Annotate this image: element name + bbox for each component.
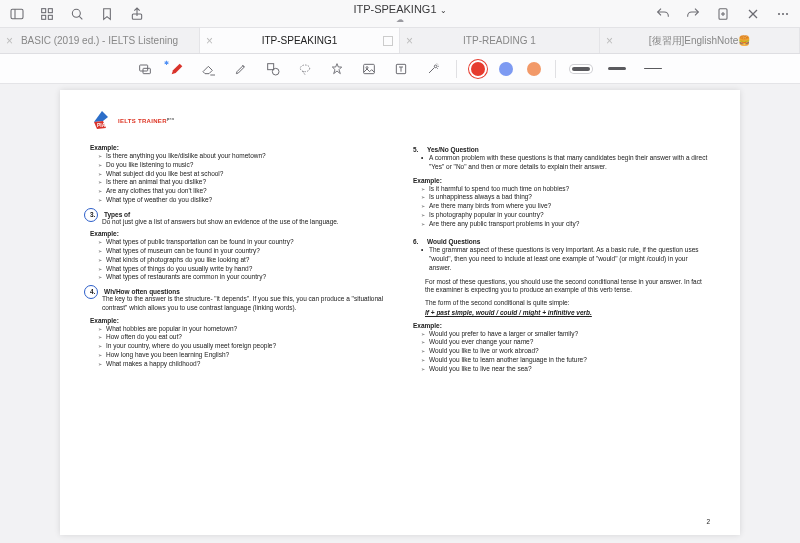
svg-point-22 [300, 65, 309, 72]
close-icon[interactable] [744, 5, 762, 23]
svg-rect-3 [48, 8, 52, 12]
stroke-thin[interactable] [642, 68, 664, 69]
tab-1[interactable]: ×ITP-SPEAKING1 [200, 28, 400, 53]
highlighter-tool-icon[interactable] [232, 60, 250, 78]
search-icon[interactable] [68, 5, 86, 23]
svg-rect-4 [42, 15, 46, 19]
example-list: Is there anything you like/dislike about… [90, 152, 387, 205]
svg-rect-5 [48, 15, 52, 19]
tab-close-icon[interactable]: × [406, 34, 413, 48]
stroke-medium[interactable] [606, 67, 628, 70]
lasso-tool-icon[interactable] [296, 60, 314, 78]
add-page-icon[interactable] [714, 5, 732, 23]
tab-strip: ×BASIC (2019 ed.) - IELTS Listening ×ITP… [0, 28, 800, 54]
svg-rect-24 [364, 64, 375, 73]
svg-marker-23 [332, 63, 341, 73]
svg-point-14 [778, 12, 780, 14]
svg-point-21 [272, 68, 279, 75]
redo-icon[interactable] [684, 5, 702, 23]
stroke-thick[interactable] [570, 67, 592, 71]
undo-icon[interactable] [654, 5, 672, 23]
tab-close-icon[interactable]: × [6, 34, 13, 48]
formula-text: If + past simple, would / could / might … [413, 309, 710, 318]
document-title[interactable]: ITP-SPEAKING1 ⌄ ☁ [146, 3, 654, 25]
eraser-tool-icon[interactable] [200, 60, 218, 78]
right-column: 5.Yes/No Question A common problem with … [413, 140, 710, 379]
svg-rect-2 [42, 8, 46, 12]
favorites-tool-icon[interactable] [328, 60, 346, 78]
svg-point-15 [782, 12, 784, 14]
color-blue[interactable] [499, 62, 513, 76]
bookmark-icon[interactable] [98, 5, 116, 23]
pen-tool-icon[interactable]: ✱ [168, 60, 186, 78]
left-column: Example: Is there anything you like/disl… [90, 140, 387, 379]
laser-tool-icon[interactable] [424, 60, 442, 78]
text-tool-icon[interactable] [392, 60, 410, 78]
document-page: PIA IELTS TRAINERpro Example: Is there a… [60, 90, 740, 535]
sync-icon: ☁ [396, 16, 404, 25]
svg-rect-20 [268, 63, 274, 69]
annotation-circle [84, 208, 98, 222]
svg-line-7 [79, 16, 82, 19]
tab-thumb-icon [383, 36, 393, 46]
brand-logo: PIA IELTS TRAINERpro [90, 108, 710, 132]
svg-text:PIA: PIA [97, 122, 106, 128]
zoom-tool-icon[interactable] [136, 60, 154, 78]
tab-0[interactable]: ×BASIC (2019 ed.) - IELTS Listening [0, 28, 200, 53]
tab-3[interactable]: ×[復習用]EnglishNote🍔 [600, 28, 800, 53]
tab-close-icon[interactable]: × [606, 34, 613, 48]
color-red[interactable] [471, 62, 485, 76]
sidebar-toggle-icon[interactable] [8, 5, 26, 23]
image-tool-icon[interactable] [360, 60, 378, 78]
svg-point-16 [786, 12, 788, 14]
grid-icon[interactable] [38, 5, 56, 23]
more-icon[interactable] [774, 5, 792, 23]
tab-2[interactable]: ×ITP-READING 1 [400, 28, 600, 53]
shape-tool-icon[interactable] [264, 60, 282, 78]
annotation-toolbar: ✱ [0, 54, 800, 84]
example-heading: Example: [90, 144, 387, 151]
svg-rect-0 [11, 9, 23, 18]
page-number: 2 [706, 518, 710, 525]
tab-close-icon[interactable]: × [206, 34, 213, 48]
svg-point-29 [434, 65, 437, 68]
svg-point-6 [72, 9, 80, 17]
color-orange[interactable] [527, 62, 541, 76]
share-icon[interactable] [128, 5, 146, 23]
